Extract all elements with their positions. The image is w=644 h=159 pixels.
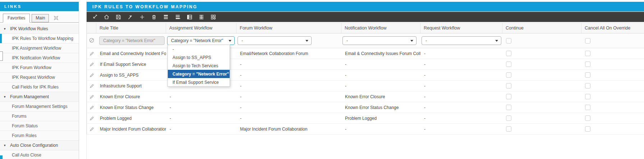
- notification-workflow-select-value: -: [346, 38, 348, 43]
- dropdown-option-assign-to-ss-apps[interactable]: Assign to SS_APPS: [168, 53, 230, 62]
- table-row-major-incident-forum-collaboration[interactable]: Major Incident Forum Collaboration-Major…: [87, 124, 644, 135]
- continue-checkbox-cell: [502, 115, 581, 121]
- column-header-rule-title[interactable]: Rule Title: [96, 23, 166, 33]
- column-header-continue[interactable]: Continue: [502, 23, 581, 33]
- column-header-forum-workflow[interactable]: Forum Workflow: [236, 23, 341, 33]
- cell-rule-title: Email and Connectivity Incident Forum: [96, 51, 166, 56]
- column-header-request-workflow[interactable]: Request Workflow: [420, 23, 502, 33]
- panel-edge-handle[interactable]: [0, 51, 3, 61]
- sidebar-item-call-auto-close[interactable]: Call Auto Close: [0, 150, 79, 159]
- edit-pencil-icon[interactable]: [87, 72, 96, 78]
- cell-request-workflow: -: [420, 51, 502, 56]
- column-header-notification-workflow[interactable]: Notification Workflow: [341, 23, 420, 33]
- continue-checkbox[interactable]: [506, 51, 511, 56]
- main-panel: IPK RULES TO WORKFLOW MAPPING Rule Title…: [86, 2, 644, 159]
- continue-checkbox[interactable]: [506, 105, 511, 110]
- sidebar-item-ipk-rules-to-workflow-mapping[interactable]: IPK Rules To Workflow Mapping: [0, 34, 79, 44]
- rule-title-input[interactable]: [99, 36, 165, 45]
- continue-checkbox[interactable]: [506, 94, 511, 99]
- sidebar-item-forum-management-settings[interactable]: Forum Management Settings: [0, 102, 79, 112]
- cancel-all-on-override-checkbox[interactable]: [585, 126, 590, 132]
- cancel-all-on-override-checkbox[interactable]: [585, 115, 590, 121]
- continue-checkbox-cell: [502, 51, 581, 56]
- edit-continue-cell: [502, 33, 581, 48]
- table-row-known-error-status-change[interactable]: Known Error Status Change--Known Error S…: [87, 102, 644, 113]
- edit-pencil-icon[interactable]: [87, 94, 96, 100]
- continue-checkbox-cell: [502, 72, 581, 78]
- flag-icon[interactable]: [126, 13, 134, 21]
- sidebar-item-label: Forum Status: [12, 123, 38, 128]
- cancel-all-on-override-checkbox-cell: [581, 72, 644, 78]
- detach-icon[interactable]: [90, 13, 99, 21]
- cancel-all-on-override-checkbox[interactable]: [585, 38, 590, 44]
- continue-checkbox[interactable]: [506, 83, 511, 88]
- edit-pencil-icon[interactable]: [87, 51, 96, 56]
- sidebar-item-auto-close-configuration[interactable]: ▾Auto Close Configuration: [0, 141, 79, 150]
- continue-checkbox[interactable]: [506, 115, 511, 121]
- insert-row-above-icon[interactable]: [161, 13, 170, 21]
- tab-favorites[interactable]: Favorites: [3, 14, 30, 23]
- edit-pencil-icon[interactable]: [87, 62, 96, 67]
- sidebar-item-ipk-notification-workflow[interactable]: IPK Notification Workflow: [0, 53, 79, 63]
- cell-assignment-workflow: -: [166, 116, 236, 121]
- continue-checkbox[interactable]: [506, 72, 511, 78]
- save-icon[interactable]: [114, 13, 123, 21]
- caret-down-icon[interactable]: ▾: [4, 27, 6, 31]
- table-row-problem-logged[interactable]: Problem Logged--Problem Logged-: [87, 113, 644, 124]
- table-row-known-error-closure[interactable]: Known Error Closure--Known Error Closure…: [87, 91, 644, 102]
- cancel-all-on-override-checkbox[interactable]: [585, 94, 590, 99]
- dropdown-option-category-network-error[interactable]: Category = "Network Error": [168, 70, 230, 78]
- sidebar-item-forum-roles[interactable]: Forum Roles: [0, 131, 79, 141]
- collapse-all-icon[interactable]: [54, 15, 59, 21]
- chevron-down-icon: [495, 40, 498, 42]
- column-header-cancel-all-on-override[interactable]: Cancel All On Override: [581, 23, 644, 33]
- cancel-all-on-override-checkbox[interactable]: [585, 62, 590, 67]
- scroll-indicator-partial: [0, 155, 3, 159]
- cell-forum-workflow: Major Incident Forum Collaboration: [236, 127, 341, 132]
- forum-workflow-select[interactable]: -: [238, 36, 312, 45]
- sidebar-item-forum-status[interactable]: Forum Status: [0, 121, 79, 131]
- sidebar-item-forums[interactable]: Forums: [0, 112, 79, 121]
- dropdown-option-if-email-support-service[interactable]: If Email Support Service: [168, 78, 230, 86]
- add-icon[interactable]: [138, 13, 146, 21]
- continue-checkbox[interactable]: [506, 62, 511, 67]
- sidebar-item-ipk-assignment-workflow[interactable]: IPK Assignment Workflow: [0, 44, 79, 53]
- request-workflow-select[interactable]: -: [422, 36, 501, 45]
- continue-checkbox[interactable]: [506, 38, 511, 44]
- cancel-all-on-override-checkbox[interactable]: [585, 105, 590, 110]
- cancel-all-on-override-checkbox[interactable]: [585, 83, 590, 88]
- caret-down-icon[interactable]: ▾: [4, 95, 6, 99]
- edit-forum-cell: -: [236, 33, 341, 48]
- table-rows-icon[interactable]: [197, 13, 206, 21]
- sidebar-item-forum-management[interactable]: ▾Forum Management: [0, 92, 79, 102]
- edit-pencil-icon[interactable]: [87, 115, 96, 121]
- edit-pencil-icon[interactable]: [87, 105, 96, 110]
- edit-pencil-icon[interactable]: [87, 83, 96, 89]
- sidebar-item-ipk-forum-workflow[interactable]: IPK Forum Workflow: [0, 63, 79, 73]
- sidebar-item-call-fields-for-ipk-rules[interactable]: Call Fields for IPK Rules: [0, 82, 79, 92]
- edit-pencil-icon[interactable]: [87, 126, 96, 132]
- continue-checkbox[interactable]: [506, 126, 511, 132]
- sidebar-item-ipk-workflow-rules[interactable]: ▾IPK Workflow Rules: [0, 24, 79, 34]
- table-column-icon[interactable]: [185, 13, 194, 21]
- insert-row-below-icon[interactable]: [173, 13, 182, 21]
- edit-cancel-cell: [581, 33, 644, 48]
- grid-settings-icon[interactable]: [209, 13, 217, 21]
- home-icon[interactable]: [102, 13, 111, 21]
- toolbar: [87, 12, 644, 22]
- cell-notification-workflow: Known Error Closure: [341, 94, 420, 99]
- continue-checkbox-cell: [502, 62, 581, 67]
- dropdown-option-assign-to-tech-services[interactable]: Assign to Tech Services: [168, 62, 230, 70]
- links-tree: ▾IPK Workflow RulesIPK Rules To Workflow…: [0, 24, 79, 159]
- tab-main[interactable]: Main: [32, 14, 49, 22]
- dropdown-option-[interactable]: -: [168, 45, 230, 53]
- cancel-all-on-override-checkbox[interactable]: [585, 72, 590, 78]
- sidebar-item-ipk-request-workflow[interactable]: IPK Request Workflow: [0, 73, 79, 82]
- column-header-assignment-workflow[interactable]: Assignment Workflow: [166, 23, 236, 33]
- notification-workflow-select[interactable]: -: [342, 36, 417, 45]
- cancel-all-on-override-checkbox[interactable]: [585, 51, 590, 56]
- delete-icon[interactable]: [150, 13, 158, 21]
- assignment-workflow-select[interactable]: Category = "Network Error": [167, 36, 235, 45]
- no-edit-icon: [89, 37, 95, 44]
- caret-down-icon[interactable]: ▾: [4, 144, 6, 147]
